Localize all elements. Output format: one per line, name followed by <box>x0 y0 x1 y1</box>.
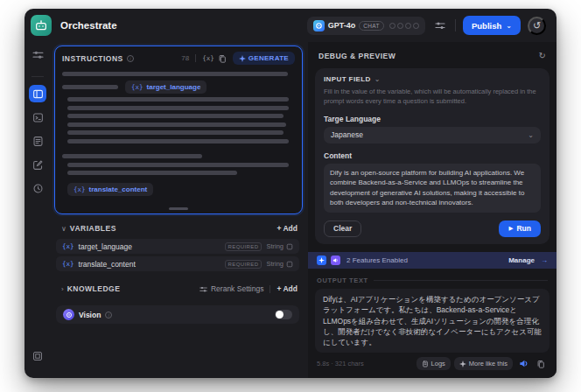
more-like-this-button[interactable]: More like this <box>454 357 513 370</box>
left-nav-sidebar <box>24 42 51 378</box>
clear-button[interactable]: Clear <box>324 220 361 237</box>
insert-variable-icon[interactable]: {x} <box>202 54 214 62</box>
output-meta: 5.8s · 321 chars <box>317 360 364 368</box>
model-params-icon[interactable] <box>432 18 448 33</box>
collapse-panel-icon[interactable] <box>29 347 46 365</box>
input-field-description: Fill in the value of the variable, which… <box>324 87 541 107</box>
feature-tts-icon <box>331 256 340 265</box>
logs-button[interactable]: Logs <box>416 357 451 370</box>
output-footer: 5.8s · 321 chars Logs More like this <box>317 357 548 370</box>
instructions-title: INSTRUCTIONS <box>62 54 123 63</box>
required-badge: REQUIRED <box>225 260 262 269</box>
resize-handle[interactable] <box>169 207 188 210</box>
char-count: 78 <box>181 54 189 62</box>
sidebar-item-orchestrate[interactable] <box>29 85 46 102</box>
run-button[interactable]: ▶ Run <box>499 220 541 237</box>
chevron-down-icon[interactable]: ⌄ <box>374 75 381 83</box>
instructions-editor[interactable]: INSTRUCTIONS i 78 {x} GENERATE <box>54 46 303 214</box>
target-language-label: Targe Language <box>324 115 541 123</box>
openai-icon <box>313 20 325 32</box>
manage-features-button[interactable]: Manage <box>508 256 535 264</box>
required-badge: REQUIRED <box>225 242 262 251</box>
knowledge-title: KNOWLEDGE <box>67 284 121 293</box>
chevron-down-icon: ⌄ <box>528 131 534 139</box>
variable-row-target-language[interactable]: {x} target_language REQUIRED String <box>56 239 299 254</box>
app-logo-icon[interactable] <box>31 15 52 36</box>
model-config-icon[interactable] <box>29 46 46 63</box>
page-title: Orchestrate <box>60 20 117 31</box>
target-language-select[interactable]: Japanese ⌄ <box>324 127 541 144</box>
add-variable-button[interactable]: + Add <box>276 224 298 233</box>
refresh-icon[interactable]: ↻ <box>539 51 546 60</box>
copy-icon[interactable] <box>218 54 227 63</box>
history-icon: ↺ <box>533 20 541 32</box>
output-text-bubble: Difyは、AIアプリケーションを構築するためのオープンソースプラットフォームで… <box>315 289 550 354</box>
arrow-right-icon: → <box>541 256 548 264</box>
speaker-icon[interactable] <box>516 358 530 370</box>
redacted-prompt-text: {x}target_language {x}translate_content <box>62 72 295 196</box>
model-name: GPT-4o <box>328 21 356 30</box>
content-textarea[interactable]: Dify is an open-source platform for buil… <box>324 164 541 213</box>
input-field-title: INPUT FIELD <box>324 75 371 83</box>
divider <box>270 285 270 293</box>
vision-label: Vision <box>79 311 101 319</box>
chevron-down-icon: ⌄ <box>506 22 512 30</box>
features-enabled-label: 2 Features Enabled <box>346 256 408 264</box>
chevron-right-icon[interactable]: › <box>61 285 64 293</box>
variable-type: String <box>266 242 293 250</box>
sidebar-item-terminal[interactable] <box>29 108 46 126</box>
model-mode-badge: CHAT <box>359 21 384 31</box>
divider <box>374 280 548 281</box>
variables-title: VARIABLES <box>70 224 116 233</box>
divider <box>455 19 456 32</box>
debug-preview-title: DEBUG & PREVIEW <box>318 52 396 60</box>
info-icon: i <box>105 312 112 318</box>
knowledge-section-header: › KNOWLEDGE Rerank Settings + Add <box>54 278 303 299</box>
model-selector[interactable]: GPT-4o CHAT <box>307 17 425 35</box>
divider <box>195 54 196 62</box>
variables-section-header: ∨ VARIABLES + Add <box>54 218 303 239</box>
publish-button[interactable]: Publish ⌄ <box>463 16 521 35</box>
output-text-title: OUTPUT TEXT <box>317 276 368 284</box>
debug-preview-panel: DEBUG & PREVIEW ↻ INPUT FIELD ⌄ Fill in … <box>308 42 556 378</box>
sidebar-item-logs[interactable] <box>29 132 46 150</box>
features-enabled-bar: 2 Features Enabled Manage → <box>308 252 556 269</box>
sidebar-item-annotation[interactable] <box>29 156 46 173</box>
generate-button[interactable]: GENERATE <box>233 52 295 65</box>
content-label: Content <box>324 151 541 160</box>
chevron-down-icon[interactable]: ∨ <box>61 225 66 233</box>
copy-icon[interactable] <box>534 358 548 370</box>
add-knowledge-button[interactable]: + Add <box>276 284 298 293</box>
play-icon: ▶ <box>508 225 513 232</box>
rerank-settings-button[interactable]: Rerank Settings <box>200 284 263 293</box>
titlebar: Orchestrate GPT-4o CHAT Publish ⌄ ↺ <box>24 9 556 42</box>
app-window: Orchestrate GPT-4o CHAT Publish ⌄ ↺ <box>24 9 556 378</box>
feature-sparkle-icon <box>317 256 326 265</box>
vision-feature-row: Vision i <box>56 305 299 324</box>
divider <box>32 76 44 77</box>
sidebar-item-monitoring[interactable] <box>29 179 46 197</box>
version-history-button[interactable]: ↺ <box>528 17 546 35</box>
info-icon: i <box>127 55 134 62</box>
variable-type: String <box>266 260 293 268</box>
vision-toggle[interactable] <box>275 310 292 319</box>
configuration-panel: INSTRUCTIONS i 78 {x} GENERATE <box>51 42 308 378</box>
eye-icon <box>63 309 74 320</box>
variable-chip-translate-content[interactable]: {x}translate_content <box>67 183 153 196</box>
variable-row-translate-content[interactable]: {x} translate_content REQUIRED String <box>56 256 299 271</box>
model-capability-icons <box>389 23 419 29</box>
input-field-card: INPUT FIELD ⌄ Fill in the value of the v… <box>315 68 550 244</box>
variable-chip-target-language[interactable]: {x}target_language <box>125 80 206 94</box>
